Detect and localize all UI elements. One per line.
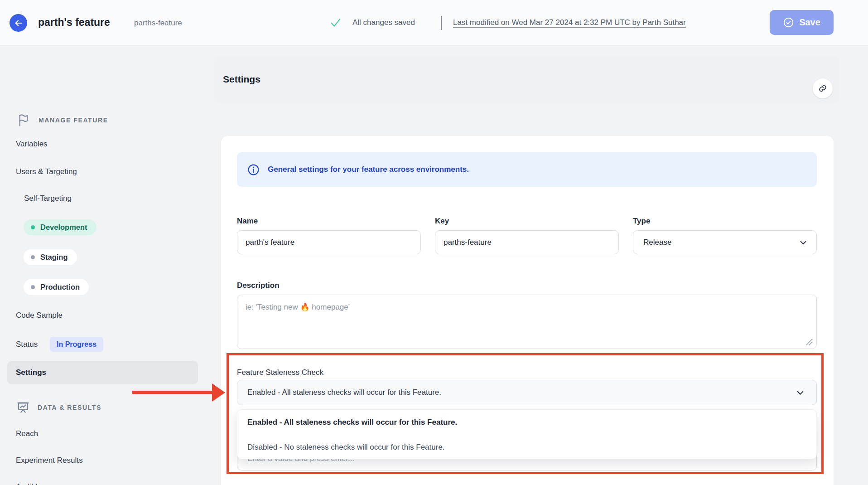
check-circle-icon (783, 17, 794, 28)
environment-dot-icon (31, 285, 35, 289)
environment-label: Staging (40, 253, 68, 262)
sidebar-item-settings[interactable]: Settings (7, 361, 198, 384)
sidebar-section-manage-feature: MANAGE FEATURE (17, 113, 108, 127)
header-divider (441, 16, 442, 30)
description-label: Description (237, 281, 280, 290)
type-label: Type (633, 217, 650, 226)
sidebar-section-data-results: DATA & RESULTS (16, 400, 101, 415)
environment-label: Development (40, 223, 87, 232)
save-button[interactable]: Save (770, 10, 834, 35)
sidebar-item-label: Self-Targeting (24, 194, 72, 203)
sidebar-item-label: Settings (16, 368, 46, 377)
last-modified-link[interactable]: Last modified on Wed Mar 27 2024 at 2:32… (453, 18, 686, 27)
link-icon (818, 83, 828, 93)
environment-dot-icon (31, 255, 35, 259)
sidebar-status-label: Status (16, 337, 38, 352)
sidebar-item-label: Variables (16, 140, 48, 149)
flag-icon (17, 113, 31, 127)
save-button-label: Save (799, 17, 820, 28)
environment-label: Production (40, 283, 80, 291)
sidebar-item-label: Users & Targeting (16, 167, 77, 176)
staleness-dropdown: Enabled - All staleness checks will occu… (237, 409, 817, 459)
sidebar-item-label: Experiment Results (16, 456, 82, 465)
info-banner: General settings for your feature across… (237, 152, 817, 187)
status-badge[interactable]: In Progress (50, 337, 103, 352)
staleness-select[interactable]: Enabled - All staleness checks will occu… (237, 380, 817, 405)
sidebar-item-audit-log[interactable]: Audit Log (16, 479, 48, 485)
top-navbar: parth's feature parths-feature All chang… (0, 0, 868, 46)
key-label: Key (435, 217, 449, 226)
page-title: parth's feature (38, 16, 110, 29)
sidebar-env-development[interactable]: Development (24, 219, 96, 235)
sidebar-item-experiment-results[interactable]: Experiment Results (16, 453, 82, 468)
feature-key-subtitle: parths-feature (134, 19, 182, 28)
settings-header-panel: Settings (214, 56, 840, 103)
key-input[interactable] (435, 230, 619, 254)
type-select[interactable]: Release (633, 230, 817, 254)
feature-settings-page: parth's feature parths-feature All chang… (0, 0, 868, 485)
save-status-text: All changes saved (352, 18, 415, 27)
type-select-value: Release (643, 238, 671, 247)
name-input[interactable] (237, 230, 421, 254)
sidebar-section-label: MANAGE FEATURE (39, 116, 108, 124)
banner-text: General settings for your feature across… (268, 165, 469, 174)
sidebar-item-label: Code Sample (16, 311, 63, 320)
copy-link-button[interactable] (813, 78, 833, 98)
back-button[interactable] (10, 14, 27, 32)
sidebar-item-label: Reach (16, 429, 38, 438)
staleness-option-enabled[interactable]: Enabled - All staleness checks will occu… (237, 410, 816, 435)
staleness-select-value: Enabled - All staleness checks will occu… (247, 388, 441, 397)
info-icon (247, 163, 260, 176)
sidebar-env-production[interactable]: Production (24, 279, 89, 295)
chevron-down-icon (798, 238, 808, 247)
chevron-down-icon (795, 388, 805, 398)
sidebar-item-variables[interactable]: Variables (16, 136, 48, 152)
staleness-label: Feature Staleness Check (237, 368, 323, 377)
check-icon (330, 17, 342, 29)
environment-dot-icon (31, 225, 35, 229)
sidebar-env-staging[interactable]: Staging (24, 249, 77, 265)
sidebar-section-label: DATA & RESULTS (38, 404, 101, 411)
sidebar-item-code-sample[interactable]: Code Sample (16, 308, 63, 323)
description-textarea[interactable] (237, 295, 817, 349)
sidebar-item-label: Audit Log (16, 482, 48, 485)
sidebar: MANAGE FEATURE Variables Users & Targeti… (0, 46, 214, 485)
staleness-option-disabled[interactable]: Disabled - No staleness checks will occu… (237, 435, 816, 459)
name-label: Name (237, 217, 258, 226)
sidebar-item-users-targeting[interactable]: Users & Targeting (16, 164, 77, 179)
presentation-chart-icon (16, 400, 30, 415)
sidebar-item-reach[interactable]: Reach (16, 426, 38, 441)
sidebar-item-self-targeting[interactable]: Self-Targeting (24, 191, 72, 206)
settings-heading: Settings (223, 56, 260, 103)
arrow-left-icon (14, 18, 24, 28)
